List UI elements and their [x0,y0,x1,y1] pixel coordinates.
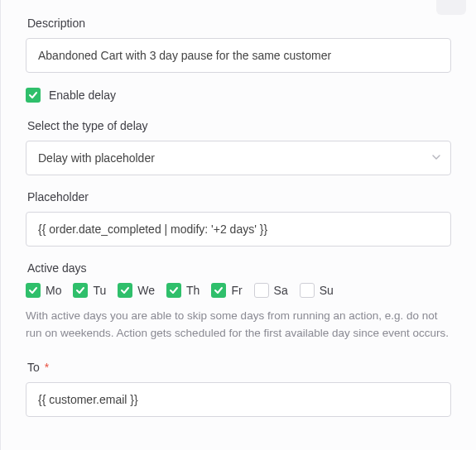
placeholder-input[interactable] [26,212,451,247]
checkmark-icon [27,89,39,101]
enable-delay-label: Enable delay [49,89,116,102]
description-input[interactable] [26,38,451,73]
placeholder-label: Placeholder [27,190,451,203]
day-su: Su [300,283,334,298]
checkmark-icon [119,285,131,296]
required-mark: * [45,361,49,374]
day-checkbox-sa[interactable] [254,283,269,298]
day-checkbox-mo[interactable] [26,283,41,298]
field-to: To * [26,361,451,417]
checkmark-icon [75,285,86,296]
day-checkbox-fr[interactable] [211,283,226,298]
day-label-we: We [137,284,155,297]
day-label-th: Th [186,284,200,297]
delay-type-select-wrap: Delay with placeholder [26,141,451,175]
checkmark-icon [168,285,180,296]
description-label: Description [27,17,451,30]
active-days-help: With active days you are able to skip so… [26,308,451,342]
day-mo: Mo [26,283,61,298]
checkmark-icon [213,285,224,296]
to-label-text: To [27,361,40,374]
enable-delay-row: Enable delay [26,88,451,103]
day-checkbox-tu[interactable] [73,283,88,298]
day-checkbox-su[interactable] [300,283,315,298]
day-label-su: Su [320,284,334,297]
field-description: Description [26,17,451,73]
day-checkbox-we[interactable] [118,283,132,298]
to-input[interactable] [26,382,451,417]
field-delay-type: Select the type of delay Delay with plac… [26,119,451,175]
day-th: Th [166,283,200,298]
active-days-label: Active days [27,261,451,275]
day-checkbox-th[interactable] [166,283,181,298]
to-label: To * [27,361,451,374]
checkmark-icon [27,285,39,296]
day-label-sa: Sa [274,284,288,297]
field-placeholder: Placeholder [26,190,451,247]
enable-delay-checkbox[interactable] [26,88,41,103]
day-label-mo: Mo [46,284,61,297]
active-days-row: MoTuWeThFrSaSu [26,283,451,298]
day-we: We [118,283,155,298]
day-tu: Tu [73,283,106,298]
day-label-tu: Tu [93,284,106,297]
field-active-days: Active days MoTuWeThFrSaSu With active d… [26,261,451,342]
day-label-fr: Fr [231,284,242,297]
delay-type-label: Select the type of delay [27,119,451,132]
day-sa: Sa [254,283,288,298]
panel-corner-decoration [436,0,466,15]
delay-type-select[interactable]: Delay with placeholder [26,141,451,175]
day-fr: Fr [211,283,242,298]
